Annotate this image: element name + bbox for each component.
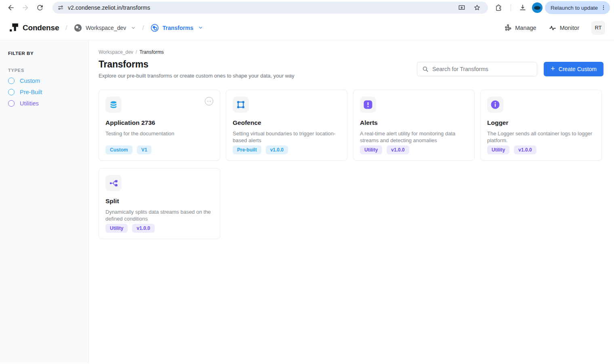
geofence-icon [233, 97, 249, 113]
brand-name: Condense [23, 23, 59, 32]
browser-profile-avatar[interactable] [532, 2, 543, 13]
workspace-chevron-down-icon [131, 25, 136, 30]
transform-title: Logger [487, 119, 595, 126]
transform-card[interactable]: Application 2736 Testing for the documen… [99, 90, 220, 161]
transform-description: A real-time alert utility for monitoring… [360, 130, 468, 144]
relaunch-label: Relaunch to update [551, 5, 598, 11]
url-bar[interactable]: v2.condense.zeliot.in/transforms [53, 2, 488, 14]
monitor-label: Monitor [560, 25, 579, 31]
install-app-button[interactable] [455, 1, 469, 15]
condense-logo-icon [9, 23, 19, 33]
monitor-pulse-icon [549, 24, 557, 32]
tag-v1: V1 [137, 145, 152, 154]
transform-description: Testing for the documentation [105, 130, 213, 137]
transform-tags: Pre-builtv1.0.0 [233, 145, 288, 154]
transform-tags: CustomV1 [105, 145, 151, 154]
url-text[interactable]: v2.condense.zeliot.in/transforms [68, 4, 455, 11]
transform-card[interactable]: Geofence Setting virtual boundaries to t… [226, 90, 347, 161]
filter-sidebar: FILTER BY TYPES Custom Pre-Built Utiliti… [0, 40, 89, 364]
manage-label: Manage [515, 25, 536, 31]
extensions-button[interactable] [492, 1, 506, 15]
database-icon [105, 97, 122, 113]
transform-card[interactable]: Logger The Logger sends all container lo… [480, 90, 602, 161]
transforms-selector[interactable]: Transforms [150, 23, 203, 32]
back-button[interactable] [4, 1, 18, 15]
bookmark-button[interactable] [470, 1, 484, 15]
site-settings-icon[interactable] [57, 4, 64, 11]
page-subtitle: Explore our pre-built transforms or crea… [99, 73, 294, 79]
reload-icon [36, 4, 44, 12]
relaunch-to-update-button[interactable]: Relaunch to update [545, 1, 610, 14]
workspace-selector[interactable]: Workspace_dev [74, 23, 136, 32]
breadcrumb-current: Transforms [139, 49, 164, 55]
radio-icon[interactable] [8, 100, 15, 107]
reload-button[interactable] [33, 1, 47, 15]
user-avatar[interactable]: RT [591, 21, 605, 35]
transform-card[interactable]: Split Dynamically splits data streams ba… [99, 168, 220, 239]
search-input[interactable] [432, 66, 532, 72]
browser-toolbar: v2.condense.zeliot.in/transforms [0, 0, 614, 15]
header-slash: / [65, 25, 67, 31]
bookmark-star-icon [473, 4, 481, 12]
downloads-button[interactable] [516, 1, 530, 15]
manage-cluster-icon [504, 24, 512, 32]
forward-icon [21, 4, 29, 12]
header-slash-2: / [142, 25, 144, 31]
breadcrumb: Workspace_dev / Transforms [99, 49, 603, 55]
radio-icon[interactable] [8, 89, 15, 95]
transforms-label: Transforms [162, 25, 193, 31]
sidebar-type-option[interactable]: Pre-Built [8, 89, 80, 95]
download-icon [519, 4, 527, 12]
browser-actions: Relaunch to update [492, 1, 610, 15]
monitor-nav-link[interactable]: Monitor [549, 24, 579, 32]
browser-menu-icon[interactable] [598, 2, 609, 13]
tag-utility: Utility [105, 224, 128, 233]
workspace-icon [74, 23, 82, 32]
create-custom-button[interactable]: + Create Custom [544, 62, 603, 76]
transform-title: Geofence [233, 119, 341, 126]
breadcrumb-separator: / [136, 49, 137, 55]
alert-icon [360, 97, 376, 113]
sidebar-type-option[interactable]: Custom [8, 78, 80, 84]
search-box[interactable] [417, 62, 537, 76]
radio-icon[interactable] [8, 78, 15, 84]
transform-title: Alerts [360, 119, 468, 126]
back-icon [7, 4, 15, 12]
extensions-puzzle-icon [495, 4, 503, 12]
type-filter-list: Custom Pre-Built Utilities [8, 78, 80, 107]
card-ellipsis-menu-button[interactable] [205, 97, 213, 105]
transform-description: Dynamically splits data streams based on… [105, 208, 213, 222]
create-custom-label: Create Custom [559, 66, 597, 72]
transform-tags: Utilityv1.0.0 [360, 145, 409, 154]
toolbar-divider [511, 4, 511, 11]
tag-v1-0-0: v1.0.0 [387, 145, 409, 154]
tag-v1-0-0: v1.0.0 [514, 145, 536, 154]
type-label-utilities: Utilities [20, 100, 39, 107]
plus-icon: + [551, 65, 555, 72]
workspace-name: Workspace_dev [86, 25, 126, 31]
manage-nav-link[interactable]: Manage [504, 24, 536, 32]
transform-description: The Logger sends all container logs to l… [487, 130, 595, 144]
page-title: Transforms [99, 59, 294, 70]
tag-v1-0-0: v1.0.0 [266, 145, 288, 154]
app-header: Condense / Workspace_dev / Transforms [0, 15, 614, 40]
transform-tags: Utilityv1.0.0 [105, 224, 155, 233]
brand[interactable]: Condense [9, 23, 59, 33]
type-label-pre-built: Pre-Built [20, 89, 42, 95]
install-app-icon [458, 4, 466, 12]
breadcrumb-parent[interactable]: Workspace_dev [99, 49, 133, 55]
tag-pre-built: Pre-built [233, 145, 261, 154]
tag-v1-0-0: v1.0.0 [132, 224, 154, 233]
transforms-chevron-down-icon [198, 25, 203, 30]
transform-description: Setting virtual boundaries to trigger lo… [233, 130, 341, 144]
transform-card[interactable]: Alerts A real-time alert utility for mon… [353, 90, 475, 161]
info-icon [487, 97, 503, 113]
transform-title: Split [105, 198, 213, 205]
transform-title: Application 2736 [105, 119, 213, 126]
main-content: Workspace_dev / Transforms Transforms Ex… [89, 40, 614, 364]
forward-button[interactable] [19, 1, 32, 15]
type-label-custom: Custom [20, 78, 40, 84]
sidebar-type-option[interactable]: Utilities [8, 100, 80, 107]
tag-utility: Utility [487, 145, 509, 154]
tag-custom: Custom [105, 145, 132, 154]
